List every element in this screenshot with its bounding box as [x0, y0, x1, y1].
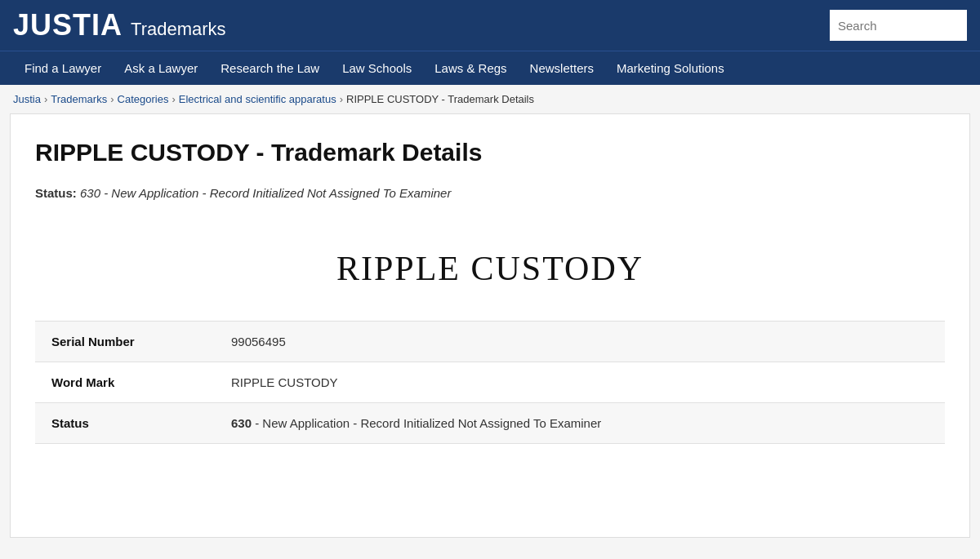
- trademark-image-area: RIPPLE CUSTODY: [35, 224, 945, 322]
- breadcrumb-electrical[interactable]: Electrical and scientific apparatus: [179, 93, 336, 105]
- trademarks-subtitle: Trademarks: [131, 19, 226, 40]
- details-table: Serial Number 99056495 Word Mark RIPPLE …: [35, 322, 945, 444]
- nav-newsletters[interactable]: Newsletters: [519, 51, 605, 86]
- table-row-status: Status 630 - New Application - Record In…: [35, 403, 945, 444]
- value-word-mark: RIPPLE CUSTODY: [215, 362, 945, 403]
- breadcrumb-sep-1: ›: [44, 93, 47, 105]
- breadcrumb-categories[interactable]: Categories: [118, 93, 169, 105]
- status-value: 630 - New Application - Record Initializ…: [80, 186, 451, 200]
- main-content: RIPPLE CUSTODY - Trademark Details Statu…: [10, 113, 970, 538]
- breadcrumb-sep-2: ›: [110, 93, 114, 105]
- breadcrumb-current: RIPPLE CUSTODY - Trademark Details: [346, 93, 534, 105]
- nav-marketing-solutions[interactable]: Marketing Solutions: [605, 51, 736, 86]
- table-row-word-mark: Word Mark RIPPLE CUSTODY: [35, 362, 945, 403]
- status-code: 630: [231, 416, 252, 430]
- logo-area: JUSTIA Trademarks: [13, 8, 226, 42]
- breadcrumb-sep-4: ›: [340, 93, 343, 105]
- nav-ask-a-lawyer[interactable]: Ask a Lawyer: [113, 51, 209, 86]
- main-nav: Find a Lawyer Ask a Lawyer Research the …: [0, 51, 980, 85]
- table-row-serial: Serial Number 99056495: [35, 322, 945, 362]
- label-serial-number: Serial Number: [35, 322, 215, 362]
- status-line: Status: 630 - New Application - Record I…: [35, 186, 945, 200]
- nav-find-a-lawyer[interactable]: Find a Lawyer: [13, 51, 113, 86]
- page-title: RIPPLE CUSTODY - Trademark Details: [35, 139, 945, 166]
- value-status: 630 - New Application - Record Initializ…: [215, 403, 945, 444]
- breadcrumb: Justia › Trademarks › Categories › Elect…: [0, 85, 980, 113]
- status-description: - New Application - Record Initialized N…: [255, 416, 601, 430]
- search-input[interactable]: [830, 10, 967, 41]
- status-label: Status:: [35, 186, 77, 200]
- breadcrumb-sep-3: ›: [172, 93, 175, 105]
- label-word-mark: Word Mark: [35, 362, 215, 403]
- nav-research-the-law[interactable]: Research the Law: [209, 51, 331, 86]
- search-area: [830, 10, 967, 41]
- nav-laws-regs[interactable]: Laws & Regs: [423, 51, 518, 86]
- header: JUSTIA Trademarks: [0, 0, 980, 51]
- justia-logo[interactable]: JUSTIA: [13, 8, 122, 42]
- trademark-display-text: RIPPLE CUSTODY: [336, 250, 644, 287]
- breadcrumb-justia[interactable]: Justia: [13, 93, 41, 105]
- nav-law-schools[interactable]: Law Schools: [331, 51, 423, 86]
- breadcrumb-trademarks[interactable]: Trademarks: [51, 93, 107, 105]
- label-status: Status: [35, 403, 215, 444]
- value-serial-number: 99056495: [215, 322, 945, 362]
